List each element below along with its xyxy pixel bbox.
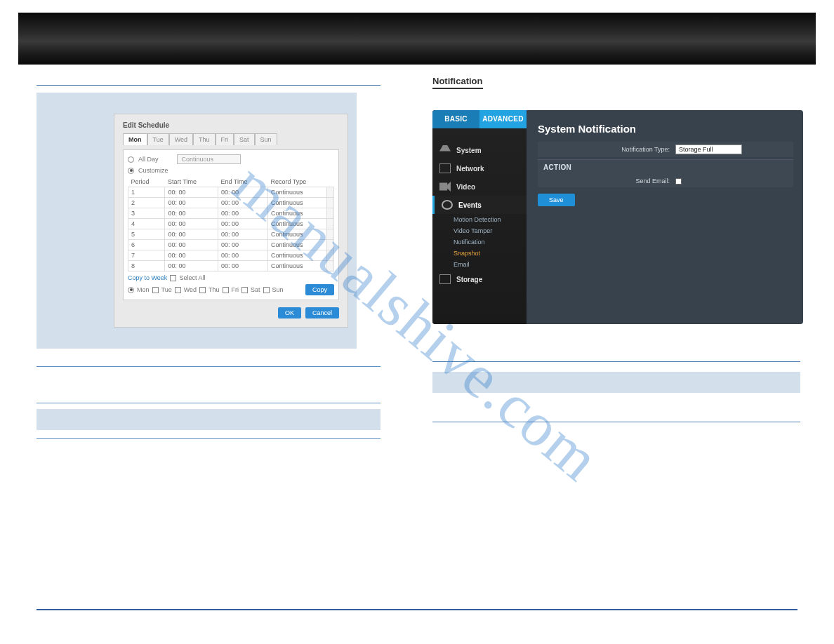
dialog-body: All Day Continuous Customize Period Star…	[123, 149, 339, 300]
table-row: 800: 0000: 00Continuous	[128, 261, 334, 271]
section-title: Notification	[432, 76, 483, 89]
content: System Notification Notification Type: S…	[538, 123, 793, 206]
sub-tamper[interactable]: Video Tamper	[432, 225, 527, 236]
tab-wed[interactable]: Wed	[169, 133, 193, 145]
lbl: Thu	[208, 286, 220, 293]
sub-notification[interactable]: Notification	[432, 236, 527, 248]
chk-mon[interactable]	[128, 287, 134, 293]
chk-thu[interactable]	[199, 287, 206, 293]
ok-button[interactable]: OK	[278, 307, 301, 318]
th-end: End Time	[218, 177, 267, 187]
dialog-title: Edit Schedule	[123, 121, 339, 129]
rule	[37, 429, 380, 439]
tab-sat[interactable]: Sat	[234, 133, 255, 145]
radio-allday[interactable]	[128, 156, 134, 163]
tab-basic[interactable]: BASIC	[432, 110, 479, 128]
lbl: Mon	[137, 286, 150, 293]
rule	[37, 394, 380, 403]
nav-system[interactable]: System	[432, 141, 527, 159]
cancel-button[interactable]: Cancel	[305, 307, 339, 318]
nav-network[interactable]: Network	[432, 159, 527, 177]
tab-tue[interactable]: Tue	[147, 133, 169, 145]
table-row: 300: 0000: 00Continuous	[128, 208, 334, 219]
save-button[interactable]: Save	[538, 194, 575, 206]
lbl: Tue	[161, 286, 172, 293]
tab-fri[interactable]: Fri	[216, 133, 234, 145]
table-row: 500: 0000: 00Continuous	[128, 229, 334, 240]
chevron-down-icon[interactable]	[327, 240, 334, 250]
th-type: Record Type	[267, 177, 333, 187]
copy-to-week-link[interactable]: Copy to Week	[128, 274, 167, 281]
chk-wed[interactable]	[175, 287, 181, 293]
dvr-screenshot: BASIC ADVANCED System Network Video Even…	[432, 110, 803, 324]
rule	[37, 357, 380, 367]
storage-icon	[439, 274, 451, 284]
chevron-down-icon[interactable]	[327, 198, 334, 208]
lbl: Sun	[272, 286, 284, 293]
rule	[432, 352, 800, 362]
nav-events[interactable]: Events	[432, 196, 527, 214]
video-icon	[439, 182, 451, 192]
right-column: Notification BASIC ADVANCED System Netwo…	[432, 76, 805, 432]
edit-schedule-dialog: Edit Schedule Mon Tue Wed Thu Fri Sat Su…	[114, 114, 348, 328]
action-header: ACTION	[538, 159, 793, 175]
table-row: 200: 0000: 00Continuous	[128, 198, 334, 208]
tab-mon[interactable]: Mon	[123, 133, 147, 145]
th-start: Start Time	[165, 177, 218, 187]
label-customize: Customize	[138, 167, 168, 174]
schedule-table: Period Start Time End Time Record Type 1…	[128, 177, 334, 271]
page-heading: System Notification	[538, 123, 793, 135]
lbl: Wed	[184, 286, 197, 293]
system-icon	[439, 145, 451, 155]
label-select-all: Select All	[179, 274, 205, 281]
table-row: 600: 0000: 00Continuous	[128, 240, 334, 250]
nav-video[interactable]: Video	[432, 177, 527, 196]
table-row: 400: 0000: 00Continuous	[128, 219, 334, 229]
chk-sun[interactable]	[263, 287, 270, 293]
chevron-down-icon[interactable]	[327, 261, 334, 271]
send-email-label: Send Email:	[543, 177, 670, 185]
th-period: Period	[128, 177, 165, 187]
network-icon	[439, 163, 451, 173]
rule	[37, 76, 380, 86]
sub-snapshot[interactable]: Snapshot	[432, 248, 527, 259]
copy-button[interactable]: Copy	[305, 284, 334, 295]
day-tabs: Mon Tue Wed Thu Fri Sat Sun	[123, 133, 339, 145]
tab-advanced[interactable]: ADVANCED	[479, 110, 527, 128]
rule	[432, 412, 800, 422]
notif-type-label: Notification Type:	[543, 146, 670, 153]
sidebar: BASIC ADVANCED System Network Video Even…	[432, 110, 527, 324]
chk-sat[interactable]	[241, 287, 248, 293]
send-email-checkbox[interactable]	[675, 178, 682, 185]
label-allday: All Day	[138, 156, 159, 163]
chevron-down-icon[interactable]	[327, 229, 334, 240]
chk-tue[interactable]	[152, 287, 159, 293]
nav-storage[interactable]: Storage	[432, 270, 527, 288]
band	[432, 372, 800, 393]
chevron-down-icon[interactable]	[327, 187, 334, 198]
chevron-down-icon[interactable]	[327, 219, 334, 229]
notif-type-select[interactable]: Storage Full	[675, 145, 742, 154]
chk-select-all[interactable]	[170, 275, 176, 281]
header-banner	[18, 13, 816, 65]
tab-sun[interactable]: Sun	[255, 133, 277, 145]
chevron-down-icon[interactable]	[327, 208, 334, 219]
left-column: Edit Schedule Mon Tue Wed Thu Fri Sat Su…	[37, 76, 380, 445]
tab-thu[interactable]: Thu	[193, 133, 216, 145]
edit-schedule-panel: Edit Schedule Mon Tue Wed Thu Fri Sat Su…	[37, 93, 357, 349]
chevron-down-icon[interactable]	[327, 250, 334, 261]
footer-rule	[37, 609, 797, 610]
events-icon	[442, 200, 453, 210]
chk-fri[interactable]	[223, 287, 229, 293]
table-row: 100: 0000: 00Continuous	[128, 187, 334, 198]
sub-email[interactable]: Email	[432, 259, 527, 270]
band	[37, 409, 380, 430]
sub-motion[interactable]: Motion Detection	[432, 214, 527, 225]
table-row: 700: 0000: 00Continuous	[128, 250, 334, 261]
type-select[interactable]: Continuous	[177, 154, 241, 164]
radio-customize[interactable]	[128, 168, 134, 174]
lbl: Sat	[251, 286, 260, 293]
lbl: Fri	[232, 286, 239, 293]
